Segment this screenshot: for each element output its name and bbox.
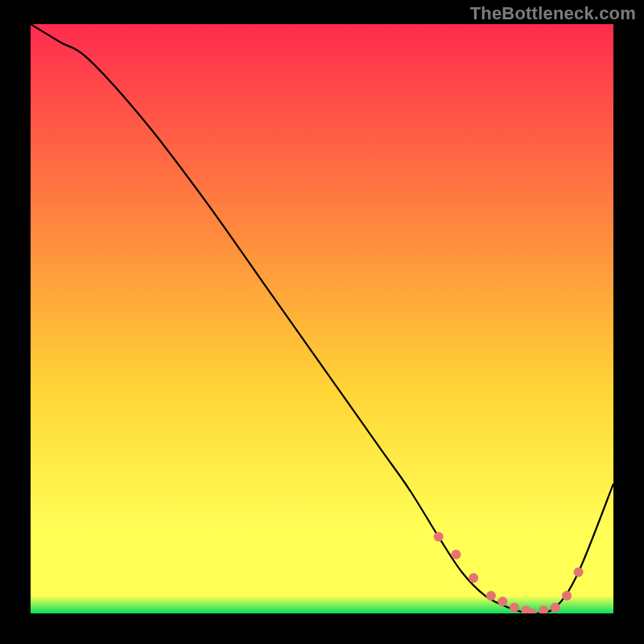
optimal-marker xyxy=(497,597,507,606)
plot-background xyxy=(31,24,613,613)
optimal-marker xyxy=(574,568,584,577)
attribution-text: TheBottleneck.com xyxy=(470,3,636,24)
optimal-marker xyxy=(486,591,496,601)
optimal-marker xyxy=(551,603,560,613)
optimal-marker xyxy=(469,573,478,583)
optimal-marker xyxy=(434,532,444,542)
optimal-marker xyxy=(510,603,519,613)
bottleneck-chart xyxy=(31,24,613,613)
optimal-marker xyxy=(452,550,461,559)
optimal-marker xyxy=(562,591,572,601)
